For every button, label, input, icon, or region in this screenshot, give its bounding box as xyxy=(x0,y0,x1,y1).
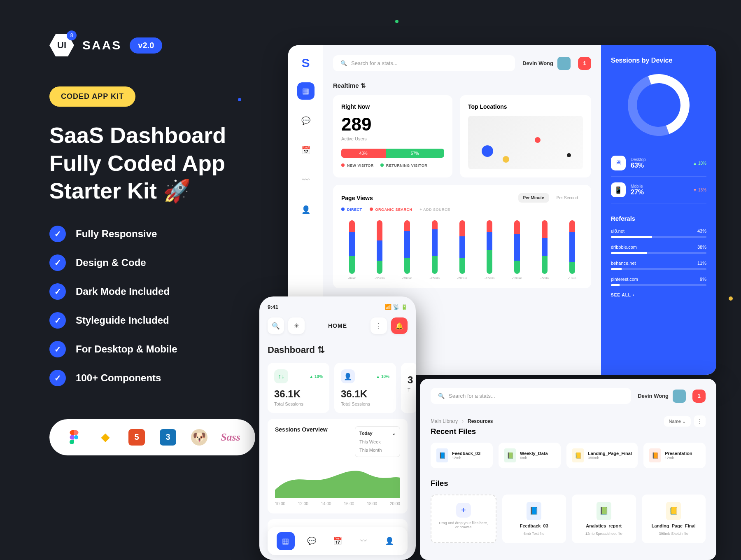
check-icon: ✓ xyxy=(49,341,66,357)
figma-icon xyxy=(66,429,82,446)
stat-card[interactable]: 3T xyxy=(401,363,416,413)
more-button[interactable]: ⋮ xyxy=(370,317,387,334)
sidebar-item-users[interactable]: 👤 xyxy=(297,201,315,218)
tab-per-second[interactable]: Per Second xyxy=(552,193,583,203)
sketch-icon: ◆ xyxy=(97,429,114,446)
page-label: HOME xyxy=(309,322,366,329)
right-now-card: Right Now 289 Active Users 43%57% NEW VI… xyxy=(333,95,452,177)
check-icon: ✓ xyxy=(49,370,66,386)
crumb-resources[interactable]: Resources xyxy=(468,418,493,424)
sass-icon: Sass xyxy=(222,429,239,446)
see-all-link[interactable]: SEE ALL › xyxy=(611,293,706,297)
version-pill: v2.0 xyxy=(130,37,162,54)
sessions-overview-card: Sessions Overview Today⌄ This Week This … xyxy=(268,419,408,513)
dashboard-desktop-files: 🔍Search for a stats... Devin Wong 1 Main… xyxy=(420,379,716,560)
file-icon: 📗 xyxy=(597,502,611,520)
status-time: 9:41 xyxy=(268,304,278,310)
search-input[interactable]: 🔍Search for a stats... xyxy=(333,55,515,71)
add-source-button[interactable]: + ADD SOURCE xyxy=(420,208,450,212)
user-menu[interactable]: Devin Wong xyxy=(638,390,686,403)
sessions-by-device-panel: Sessions by Device 🖥 Desktop63% ▲ 10% 📱 … xyxy=(601,45,716,375)
stat-card[interactable]: ↑↓▲ 10% 36.1KTotal Sessions xyxy=(268,363,329,413)
file-dropzone[interactable]: +Drag and drop your files here, or brows… xyxy=(431,495,496,543)
brand-text: SAAS xyxy=(82,38,121,52)
notification-button[interactable]: 🔔 xyxy=(391,317,408,334)
desktop-icon: 🖥 xyxy=(611,156,626,170)
tools-pill: ◆ 5 3 🐶 Sass xyxy=(49,419,255,455)
world-map xyxy=(468,116,583,169)
sidebar-item-calendar[interactable]: 📅 xyxy=(297,142,315,159)
css3-icon: 3 xyxy=(160,429,176,446)
range-dropdown[interactable]: Today⌄ This Week This Month xyxy=(355,426,400,457)
check-icon: ✓ xyxy=(49,283,66,300)
recent-files-title: Recent Files xyxy=(431,427,706,436)
notification-badge[interactable]: 1 xyxy=(692,390,706,403)
file-icon: 📘 xyxy=(527,502,541,520)
theme-toggle[interactable]: ☀ xyxy=(288,317,305,334)
feature-list: ✓Fully Responsive ✓Design & Code ✓Dark M… xyxy=(49,226,288,386)
transfers-icon: ↑↓ xyxy=(274,369,288,383)
more-button[interactable]: ⋮ xyxy=(694,415,706,427)
promo-panel: UI 8 SAAS v2.0 CODED APP KIT SaaS Dashbo… xyxy=(49,33,288,455)
svg-point-0 xyxy=(74,435,78,439)
nav-analytics[interactable]: 〰 xyxy=(354,532,373,550)
sidebar-item-analytics[interactable]: 〰 xyxy=(297,171,315,189)
check-icon: ✓ xyxy=(49,226,66,242)
device-desktop: 🖥 Desktop63% ▲ 10% xyxy=(611,150,706,177)
file-icon: 📙 xyxy=(649,448,661,462)
crumb-main-library[interactable]: Main Library xyxy=(431,418,458,424)
file-item[interactable]: 📗Analytics_report12mb Spreadsheet file xyxy=(572,495,636,543)
search-input[interactable]: 🔍Search for a stats... xyxy=(431,388,631,404)
file-item[interactable]: 📘Feedback_0312mb xyxy=(431,443,493,468)
file-item[interactable]: 📘Feedback_036mb Text file xyxy=(502,495,566,543)
file-item[interactable]: 📙Presentation12mb xyxy=(643,443,706,468)
device-mobile: 📱 Mobile27% ▼ 13% xyxy=(611,177,706,203)
file-icon: 📒 xyxy=(572,448,584,462)
file-icon: 📗 xyxy=(504,448,516,462)
search-icon: 🔍 xyxy=(438,393,445,399)
sidebar-item-messages[interactable]: 💬 xyxy=(297,112,315,129)
status-icons: 📶 📡 🔋 xyxy=(385,304,408,310)
file-icon: 📒 xyxy=(666,502,681,520)
file-item[interactable]: 📒Landing_Page_Final398mb Sketch file xyxy=(642,495,706,543)
search-icon: 🔍 xyxy=(340,60,347,66)
check-icon: ✓ xyxy=(49,312,66,329)
headline: SaaS Dashboard Fully Coded App Starter K… xyxy=(49,121,288,205)
html5-icon: 5 xyxy=(128,429,145,446)
file-item[interactable]: 📒Landing_Page_Final386mb xyxy=(566,443,638,468)
sort-dropdown[interactable]: Name ⌄ xyxy=(664,416,691,427)
stat-card[interactable]: 👤▲ 10% 36.1KTotal Sessions xyxy=(334,363,396,413)
donut-chart xyxy=(618,64,699,146)
plus-icon: + xyxy=(456,503,471,518)
page-title[interactable]: Dashboard ⇅ xyxy=(268,345,408,355)
files-title: Files xyxy=(431,479,706,488)
ui8-badge: 8 xyxy=(67,30,77,40)
page-views-chart: -0min -35min -30min -25min -20min -15min… xyxy=(341,218,583,280)
nav-dashboard[interactable]: ▦ xyxy=(277,532,295,550)
nav-calendar[interactable]: 📅 xyxy=(329,532,347,550)
nav-messages[interactable]: 💬 xyxy=(303,532,321,550)
user-menu[interactable]: Devin Wong xyxy=(522,57,571,70)
pug-icon: 🐶 xyxy=(191,429,207,446)
mobile-icon: 📱 xyxy=(611,182,626,197)
file-item[interactable]: 📗Weekly_Data6mb xyxy=(499,443,561,468)
search-button[interactable]: 🔍 xyxy=(268,317,284,334)
breadcrumb: Main Library›Resources Name ⌄⋮ xyxy=(431,415,706,427)
notification-badge[interactable]: 1 xyxy=(578,57,591,70)
tab-per-minute[interactable]: Per Minute xyxy=(518,193,549,203)
user-icon: 👤 xyxy=(341,369,355,383)
check-icon: ✓ xyxy=(49,254,66,271)
avatar xyxy=(673,390,686,403)
section-selector[interactable]: Realtime ⇅ xyxy=(333,82,591,89)
active-users-value: 289 xyxy=(341,114,444,135)
bottom-nav: ▦ 💬 📅 〰 👤 xyxy=(268,527,408,555)
page-views-card: Page Views Per Minute Per Second DIRECT … xyxy=(333,185,591,288)
nav-users[interactable]: 👤 xyxy=(380,532,398,550)
avatar xyxy=(557,57,571,70)
dashboard-mobile: 9:41📶 📡 🔋 🔍 ☀ HOME ⋮ 🔔 Dashboard ⇅ ↑↓▲ 1… xyxy=(259,296,416,560)
area-chart xyxy=(275,461,400,498)
app-logo: S xyxy=(301,56,310,70)
sidebar-item-dashboard[interactable]: ▦ xyxy=(297,82,315,100)
file-icon: 📘 xyxy=(436,448,448,462)
kit-pill: CODED APP KIT xyxy=(49,86,135,107)
